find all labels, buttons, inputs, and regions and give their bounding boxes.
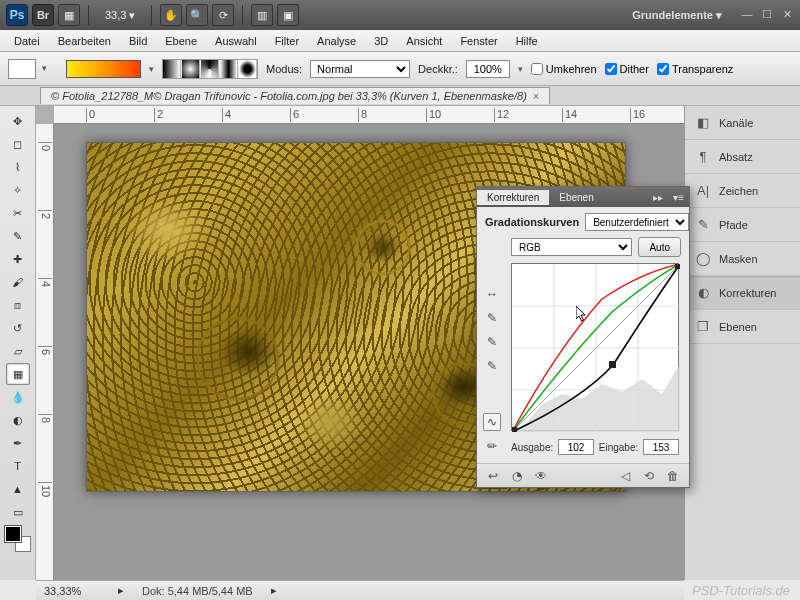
menu-analysis[interactable]: Analyse [309,33,364,49]
gradient-reflected-icon[interactable] [220,60,238,78]
menu-filter[interactable]: Filter [267,33,307,49]
transparency-checkbox[interactable]: Transparenz [657,63,733,75]
foreground-color-swatch[interactable] [5,526,21,542]
white-sampler-icon[interactable]: ✎ [483,357,501,375]
blur-tool-icon[interactable]: 💧 [6,386,30,408]
eraser-tool-icon[interactable]: ▱ [6,340,30,362]
gray-sampler-icon[interactable]: ✎ [483,333,501,351]
pen-tool-icon[interactable]: ✒ [6,432,30,454]
tool-preset-picker[interactable] [8,59,36,79]
panel-channels[interactable]: ◧Kanäle [685,106,800,140]
maximize-icon[interactable]: ☐ [760,8,774,22]
screen-mode-icon[interactable]: ▣ [277,4,299,26]
options-bar: ▾ Modus: Normal Deckkr.: ▾ Umkehren Dith… [0,52,800,86]
black-sampler-icon[interactable]: ✎ [483,309,501,327]
adjustments-icon: ◐ [695,285,711,301]
tab-layers[interactable]: Ebenen [549,190,603,205]
status-zoom[interactable]: 33,33% [44,585,100,597]
move-tool-icon[interactable]: ✥ [6,110,30,132]
output-input[interactable] [558,439,594,455]
path-select-icon[interactable]: ▲ [6,478,30,500]
reset-icon[interactable]: ⟲ [641,468,657,484]
menu-image[interactable]: Bild [121,33,155,49]
curves-preset-select[interactable]: Benutzerdefiniert [585,213,689,231]
curves-graph[interactable] [511,263,679,431]
visibility-icon[interactable]: 👁 [533,468,549,484]
curve-draw-mode-icon[interactable]: ✏ [483,437,501,455]
curve-control-point[interactable] [609,361,616,368]
zoom-level[interactable]: 33,3 ▾ [97,9,143,22]
rotate-view-icon[interactable]: ⟳ [212,4,234,26]
tab-adjustments[interactable]: Korrekturen [477,190,549,205]
gradient-picker[interactable] [66,60,141,78]
close-icon[interactable]: ✕ [780,8,794,22]
gradient-tool-icon[interactable]: ▦ [6,363,30,385]
gradient-linear-icon[interactable] [163,60,181,78]
menu-edit[interactable]: Bearbeiten [50,33,119,49]
hand-tool-icon[interactable]: ✋ [160,4,182,26]
application-bar: Ps Br ▦ 33,3 ▾ ✋ 🔍 ⟳ ▥ ▣ Grundelemente ▾… [0,0,800,30]
document-tab[interactable]: © Fotolia_212788_M© Dragan Trifunovic - … [40,87,550,104]
minimize-icon[interactable]: — [740,8,754,22]
layout-dropdown-icon[interactable]: ▦ [58,4,80,26]
gradient-radial-icon[interactable] [182,60,200,78]
target-adjust-icon[interactable]: ↔ [483,285,501,303]
menu-select[interactable]: Auswahl [207,33,265,49]
chevron-down-icon[interactable]: ▾ [518,64,523,74]
crop-tool-icon[interactable]: ✂ [6,202,30,224]
panel-menu-icon[interactable]: ▾≡ [668,192,689,203]
panel-layers[interactable]: ❐Ebenen [685,310,800,344]
heal-tool-icon[interactable]: ✚ [6,248,30,270]
menu-window[interactable]: Fenster [452,33,505,49]
wand-tool-icon[interactable]: ✧ [6,179,30,201]
workspace-switcher[interactable]: Grundelemente ▾ [624,9,730,22]
curves-footer: ↩ ◔ 👁 ◁ ⟲ 🗑 [477,463,689,487]
curve-point-mode-icon[interactable]: ∿ [483,413,501,431]
photoshop-logo-icon[interactable]: Ps [6,4,28,26]
menu-layer[interactable]: Ebene [157,33,205,49]
return-arrow-icon[interactable]: ↩ [485,468,501,484]
panel-paths[interactable]: ✎Pfade [685,208,800,242]
status-arrow-icon[interactable]: ▸ [271,584,277,597]
reverse-checkbox[interactable]: Umkehren [531,63,597,75]
bridge-logo-icon[interactable]: Br [32,4,54,26]
gradient-angle-icon[interactable] [201,60,219,78]
history-brush-icon[interactable]: ↺ [6,317,30,339]
arrange-docs-icon[interactable]: ▥ [251,4,273,26]
dither-checkbox[interactable]: Dither [605,63,649,75]
type-tool-icon[interactable]: T [6,455,30,477]
panel-adjustments[interactable]: ◐Korrekturen [685,276,800,310]
close-tab-icon[interactable]: × [533,90,539,102]
color-swatches[interactable] [5,526,31,552]
menu-file[interactable]: Datei [6,33,48,49]
collapse-panel-icon[interactable]: ▸▸ [648,192,668,203]
character-icon: A| [695,183,711,199]
gradient-diamond-icon[interactable] [239,60,257,78]
zoom-tool-icon[interactable]: 🔍 [186,4,208,26]
prev-state-icon[interactable]: ◁ [617,468,633,484]
curves-channel-select[interactable]: RGB [511,238,632,256]
panel-masks[interactable]: ◯Masken [685,242,800,276]
curves-auto-button[interactable]: Auto [638,237,681,257]
brush-tool-icon[interactable]: 🖌 [6,271,30,293]
input-input[interactable] [643,439,679,455]
shape-tool-icon[interactable]: ▭ [6,501,30,523]
stamp-tool-icon[interactable]: ⧈ [6,294,30,316]
lasso-tool-icon[interactable]: ⌇ [6,156,30,178]
menu-3d[interactable]: 3D [366,33,396,49]
document-tab-bar: © Fotolia_212788_M© Dragan Trifunovic - … [0,86,800,106]
chevron-down-icon[interactable]: ▾ [149,64,154,74]
status-arrow-icon[interactable]: ▸ [118,584,124,597]
curves-panel[interactable]: Korrekturen Ebenen ▸▸ ▾≡ Gradationskurve… [476,186,690,488]
panel-character[interactable]: A|Zeichen [685,174,800,208]
marquee-tool-icon[interactable]: ◻ [6,133,30,155]
menu-help[interactable]: Hilfe [508,33,546,49]
clip-layer-icon[interactable]: ◔ [509,468,525,484]
opacity-input[interactable] [466,60,510,78]
trash-icon[interactable]: 🗑 [665,468,681,484]
blend-mode-select[interactable]: Normal [310,60,410,78]
eyedropper-tool-icon[interactable]: ✎ [6,225,30,247]
panel-paragraph[interactable]: ¶Absatz [685,140,800,174]
dodge-tool-icon[interactable]: ◐ [6,409,30,431]
menu-view[interactable]: Ansicht [398,33,450,49]
